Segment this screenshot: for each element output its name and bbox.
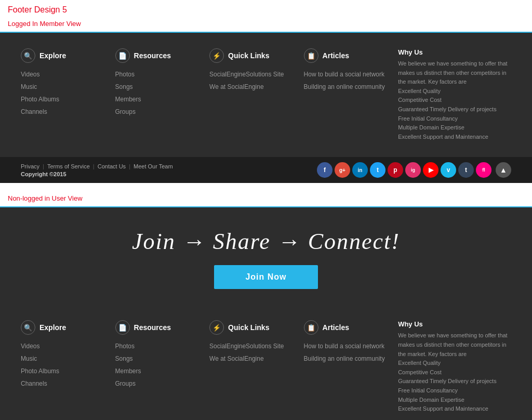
footer-bottom-bar-logged: Privacy | Terms of Service | Contact Us … [0, 157, 532, 183]
quicklinks-title: Quick Links [228, 51, 269, 60]
terms-link[interactable]: Terms of Service [44, 163, 93, 169]
quicklinks-link-ses[interactable]: SocialEngineSolutions Site [209, 71, 284, 78]
why-us-title: Why Us [398, 48, 511, 56]
list-item[interactable]: Songs [115, 353, 210, 363]
resources2-link-groups[interactable]: Groups [115, 380, 136, 387]
resources-link-members[interactable]: Members [115, 96, 141, 103]
resources-title: Resources [134, 51, 171, 60]
list-item[interactable]: Channels [21, 107, 115, 116]
contact-link[interactable]: Contact Us [95, 163, 129, 169]
articles2-link-community[interactable]: Building an online community [304, 355, 385, 362]
list-item[interactable]: We at SocialEngine [209, 353, 304, 363]
copyright-text: Copyright ©2015 [21, 171, 176, 177]
list-item[interactable]: Channels [21, 378, 115, 388]
articles-link-social[interactable]: How to build a social network [304, 71, 384, 78]
explore-link-channels[interactable]: Channels [21, 108, 47, 115]
list-item[interactable]: Music [21, 353, 115, 363]
list-item[interactable]: How to build a social network [304, 69, 398, 78]
why-us2-title: Why Us [398, 320, 511, 328]
list-item[interactable]: How to build a social network [304, 341, 398, 350]
quicklinks2-link-ses[interactable]: SocialEngineSolutions Site [209, 343, 284, 350]
resources2-title: Resources [134, 323, 171, 332]
footer2-whyus-col: Why Us We believe we have something to o… [398, 320, 511, 413]
resources-link-groups[interactable]: Groups [115, 108, 136, 115]
meet-link[interactable]: Meet Our Team [130, 163, 176, 169]
resources2-link-songs[interactable]: Songs [115, 355, 133, 362]
articles2-icon: 📋 [304, 320, 318, 335]
list-item[interactable]: Videos [21, 341, 115, 350]
list-item[interactable]: Photo Albums [21, 94, 115, 103]
list-item[interactable]: Members [115, 94, 210, 103]
explore-icon: 🔍 [21, 48, 35, 63]
list-item[interactable]: Songs [115, 82, 210, 91]
footer-quicklinks-col: ⚡ Quick Links SocialEngineSolutions Site… [209, 48, 304, 141]
footer-resources-col: 📄 Resources Photos Songs Members Groups [115, 48, 210, 141]
vimeo-icon[interactable]: v [441, 162, 456, 178]
explore2-link-music[interactable]: Music [21, 355, 37, 362]
privacy-link[interactable]: Privacy [21, 163, 43, 169]
explore2-link-albums[interactable]: Photo Albums [21, 368, 59, 375]
explore2-link-channels[interactable]: Channels [21, 380, 47, 387]
list-item[interactable]: Photos [115, 341, 210, 350]
youtube-icon[interactable]: ▶ [423, 162, 438, 178]
footer2-articles-col: 📋 Articles How to build a social network… [304, 320, 398, 413]
list-item[interactable]: SocialEngineSolutions Site [209, 341, 304, 350]
list-item[interactable]: Photos [115, 69, 210, 78]
instagram-icon[interactable]: ig [405, 162, 421, 178]
footer2-quicklinks-col: ⚡ Quick Links SocialEngineSolutions Site… [209, 320, 304, 413]
explore-link-videos[interactable]: Videos [21, 71, 39, 78]
footer-whyus-col: Why Us We believe we have something to o… [398, 48, 511, 141]
list-item[interactable]: Groups [115, 378, 210, 388]
list-item[interactable]: SocialEngineSolutions Site [209, 69, 304, 78]
quicklinks2-icon: ⚡ [209, 320, 224, 335]
tumblr-icon[interactable]: t [458, 162, 474, 178]
quicklinks-icon: ⚡ [209, 48, 224, 63]
join-now-button[interactable]: Join Now [214, 265, 317, 289]
facebook-icon[interactable]: f [317, 162, 332, 178]
explore-link-music[interactable]: Music [21, 83, 37, 90]
google-plus-icon[interactable]: g+ [335, 162, 350, 178]
explore-link-albums[interactable]: Photo Albums [21, 96, 59, 103]
articles2-title: Articles [323, 323, 349, 332]
quicklinks-link-se[interactable]: We at SocialEngine [209, 83, 264, 90]
why-us2-text: We believe we have something to offer th… [398, 331, 511, 413]
quicklinks2-title: Quick Links [228, 323, 269, 332]
list-item[interactable]: Videos [21, 69, 115, 78]
list-item[interactable]: Music [21, 82, 115, 91]
page-title: Footer Design 5 [0, 0, 532, 18]
non-logged-footer-main: 🔍 Explore Videos Music Photo Albums Chan… [0, 305, 532, 420]
scroll-top-button[interactable]: ▲ [496, 162, 511, 178]
list-item[interactable]: Building an online community [304, 82, 398, 91]
why-us-text: We believe we have something to offer th… [398, 59, 511, 141]
list-item[interactable]: We at SocialEngine [209, 82, 304, 91]
explore2-link-videos[interactable]: Videos [21, 343, 39, 350]
twitter-icon[interactable]: t [370, 162, 385, 178]
resources2-icon: 📄 [115, 320, 130, 335]
list-item[interactable]: Photo Albums [21, 366, 115, 375]
join-text: Join → Share → Connect! [10, 228, 522, 255]
explore2-icon: 🔍 [21, 320, 35, 335]
resources-icon: 📄 [115, 48, 130, 63]
resources-link-photos[interactable]: Photos [115, 71, 135, 78]
logged-in-label: Logged In Member View [0, 18, 532, 32]
pinterest-icon[interactable]: p [388, 162, 403, 178]
footer-articles-col: 📋 Articles How to build a social network… [304, 48, 398, 141]
articles-icon: 📋 [304, 48, 318, 63]
articles-link-community[interactable]: Building an online community [304, 83, 385, 90]
list-item[interactable]: Groups [115, 107, 210, 116]
flickr-icon[interactable]: fl [476, 162, 491, 178]
quicklinks2-link-se[interactable]: We at SocialEngine [209, 355, 264, 362]
list-item[interactable]: Building an online community [304, 353, 398, 363]
footer2-resources-col: 📄 Resources Photos Songs Members Groups [115, 320, 210, 413]
explore2-title: Explore [39, 323, 66, 332]
join-banner: Join → Share → Connect! Join Now [0, 207, 532, 305]
articles2-link-social[interactable]: How to build a social network [304, 343, 384, 350]
articles-title: Articles [323, 51, 349, 60]
resources2-link-members[interactable]: Members [115, 368, 141, 375]
footer-bottom-left: Privacy | Terms of Service | Contact Us … [21, 163, 176, 177]
resources-link-songs[interactable]: Songs [115, 83, 133, 90]
non-logged-label: Non-logged in User View [0, 192, 532, 206]
list-item[interactable]: Members [115, 366, 210, 375]
resources2-link-photos[interactable]: Photos [115, 343, 135, 350]
linkedin-icon[interactable]: in [352, 162, 368, 178]
